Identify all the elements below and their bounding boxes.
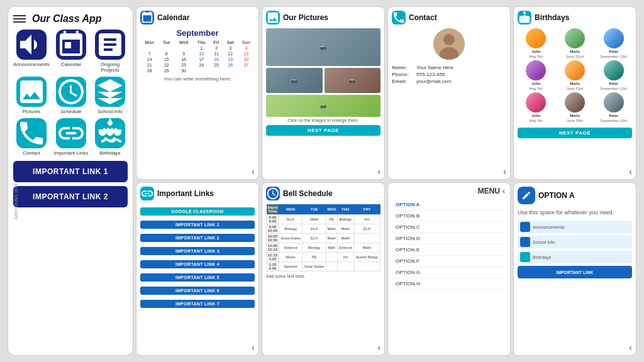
bell-cell: Biology (303, 243, 326, 253)
pictures-panel-header: Our Pictures (266, 11, 380, 25)
birthday-name-4: Maria (570, 82, 580, 85)
birthday-name-3: John (531, 82, 540, 85)
pictures-nav[interactable]: ‹ (377, 167, 380, 177)
link7-button[interactable]: IMPORTANT LINK 7 (140, 300, 255, 308)
pictures-panel-title: Our Pictures (283, 13, 328, 22)
pic-wide-2: 📷 (266, 95, 380, 117)
link1-button[interactable]: IMPORTANT LINK 1 (140, 221, 255, 229)
menu-title: MENU (478, 187, 500, 195)
cal-cell: 30 (174, 68, 193, 74)
pictures-caption: Click on the images to enlarge them. (266, 118, 380, 123)
links-nav[interactable]: ‹ (252, 343, 255, 353)
birthdays-panel-header: Birthdays (518, 11, 632, 25)
cal-cell (193, 68, 210, 74)
contact-phone-label: Contact (23, 150, 40, 156)
important-link1-button[interactable]: IMPORTANT LINK 1 (13, 161, 128, 182)
bell-cell (353, 234, 380, 243)
link4-button[interactable]: IMPORTANT LINK 4 (140, 260, 255, 268)
birthday-item-2: Peter September 12th (595, 28, 632, 58)
important-link2-button[interactable]: IMPORTANT LINK 2 (13, 186, 128, 207)
menu-item-option-d[interactable]: OPTION D (392, 233, 506, 244)
bell-cell: Math (353, 243, 380, 253)
menu-chevron-icon[interactable]: ‹ (502, 187, 505, 195)
birthday-date-6: May 5th (530, 119, 543, 123)
birthday-item-7: Maria June 28th (557, 92, 594, 123)
birthdays-panel-title: Birthdays (535, 13, 569, 22)
announcements-label: Announcements (13, 62, 50, 67)
icon-cell-contact[interactable]: Contact (13, 118, 50, 156)
icon-cell-schoolinfo[interactable]: School Info (92, 77, 128, 114)
pictures-panel-icon (266, 11, 280, 25)
contact-panel-icon (392, 11, 406, 25)
calendar-icon-box (56, 30, 86, 60)
bell-nav[interactable]: ‹ (377, 343, 380, 353)
bell-time-4: 10:5512:10 (267, 243, 279, 253)
birthday-name-1: Maria (570, 50, 580, 53)
pic-wide-1: 📷 (266, 28, 380, 66)
option-a-icon (518, 187, 535, 204)
link2-button[interactable]: IMPORTANT LINK 2 (140, 234, 255, 242)
pic-half-1: 📷 (266, 68, 323, 93)
option-a-nav[interactable]: ‹ (629, 343, 632, 353)
google-classroom-button[interactable]: GOOGLE CLASSROOM (140, 207, 255, 216)
bell-cell: Biology (279, 224, 303, 234)
menu-item-option-b[interactable]: OPTION B (392, 211, 506, 222)
bell-cell: Spanish (279, 262, 303, 272)
link3-button[interactable]: IMPORTANT LINK 3 (140, 247, 255, 255)
birthday-date-0: May 5th (530, 55, 543, 58)
calendar-nav-prev[interactable]: ‹ (252, 167, 255, 177)
birthdays-nav[interactable]: ‹ (629, 167, 632, 177)
schoolinfo-icon-box (95, 77, 125, 107)
hamburger-icon[interactable] (13, 15, 26, 23)
bell-cell (353, 262, 380, 272)
pictures-icon-box (16, 77, 47, 107)
cal-cell: 29 (158, 68, 174, 74)
pictures-grid: 📷 📷 📷 📷 (266, 28, 380, 117)
icon-cell-schedule[interactable]: Schedule (53, 77, 89, 114)
bell-cell: Art (337, 253, 353, 262)
bell-cell: ELA (303, 234, 326, 243)
icon-cell-birthdays[interactable]: Birthdays (92, 118, 128, 156)
cal-cell: 16 (174, 57, 193, 62)
menu-item-option-g[interactable]: OPTION G (392, 267, 506, 278)
birthday-avatar-7 (565, 92, 585, 112)
pictures-next-page-button[interactable]: NEXT PAGE (266, 125, 380, 136)
menu-item-option-a[interactable]: OPTION A (392, 199, 506, 211)
link5-button[interactable]: IMPORTANT LINK 5 (140, 273, 255, 282)
cal-cell: 10 (193, 51, 210, 57)
bell-cell: Music (279, 253, 303, 262)
contact-nav[interactable]: ‹ (503, 167, 506, 177)
bell-cell: Science (279, 243, 303, 253)
pictures-panel: Our Pictures 📷 📷 📷 📷 Click on the images… (262, 6, 385, 180)
bell-cell: Spanish Biology (353, 253, 380, 262)
birthday-item-1: Maria June 22nd (557, 28, 594, 58)
birthday-item-0: John May 5th (518, 28, 555, 58)
birthday-date-4: June 23rd (567, 87, 584, 90)
icon-cell-projects[interactable]: Ongoing Projects (92, 30, 128, 73)
menu-item-option-e[interactable]: OPTION E (392, 244, 506, 256)
birthdays-next-page-button[interactable]: NEXT PAGE (518, 128, 632, 138)
birthday-avatar-5 (604, 60, 624, 80)
birthdays-panel-icon (518, 11, 531, 25)
contact-icon-box (16, 118, 47, 148)
birthdays-panel: Birthdays John May 5th Maria June 22nd P… (513, 6, 636, 180)
bell-cell: Science (337, 243, 353, 253)
announcements-icon-box (16, 30, 47, 60)
bell-time-6: 1:252:00 (267, 262, 279, 272)
icon-cell-announcements[interactable]: Announcements (13, 30, 50, 73)
menu-item-option-f[interactable]: OPTION F (392, 256, 506, 267)
cal-cell: 9 (174, 51, 193, 57)
icon-cell-pictures[interactable]: Pictures (13, 77, 50, 114)
birthday-item-4: Maria June 23rd (557, 60, 594, 90)
icon-cell-calendar[interactable]: Calendar (53, 30, 89, 73)
bell-cell: Math (337, 224, 353, 234)
calendar-table: Mon Tue Wed Thu Fri Sat Sun 1 (140, 40, 255, 74)
menu-item-option-c[interactable]: OPTION C (392, 222, 506, 233)
link6-button[interactable]: IMPORTANT LINK 6 (140, 287, 255, 295)
icon-cell-links[interactable]: Important Links (53, 118, 89, 156)
cal-cell: 25 (210, 62, 223, 68)
menu-item-option-h[interactable]: OPTION H (392, 278, 506, 290)
cal-cell: 7 (140, 51, 158, 57)
pictures-label: Pictures (22, 109, 40, 114)
menu-panel: MENU ‹ OPTION A OPTION B OPTION C OPTION… (387, 182, 511, 356)
